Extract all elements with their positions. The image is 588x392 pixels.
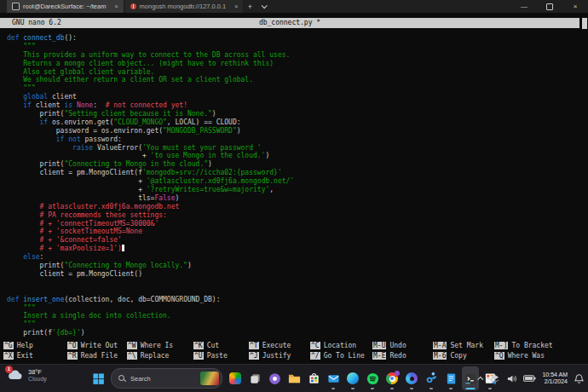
tab-close-icon[interactable]: ×: [234, 3, 238, 9]
taskbar-app-task-view[interactable]: [246, 366, 263, 390]
taskbar-app-store[interactable]: [305, 366, 322, 390]
shortcut-label: Exit: [17, 352, 33, 360]
nano-shortcut-execute: ^TExecute: [249, 340, 310, 350]
search-icon: [118, 375, 126, 383]
code-line: + 'to use Mongo in the cloud.'): [7, 152, 578, 160]
code-line: Returns a mongo client object... (might …: [7, 60, 578, 68]
shortcut-key: ^T: [249, 342, 259, 349]
photos-icon: [406, 372, 418, 385]
tab-dropdown-button[interactable]: [257, 0, 270, 13]
running-app-indicator: [410, 388, 413, 389]
tab-mongosh[interactable]: mongosh mongodb://127.0.0.1 ×: [125, 0, 244, 13]
taskbar-app-spotify[interactable]: [364, 366, 381, 390]
tab-wsl-shell[interactable]: root@DareckSurface: ~/team ×: [7, 0, 124, 13]
nano-shortcut-paste: ^UPaste: [193, 350, 249, 360]
tray-overflow-button[interactable]: [479, 377, 483, 381]
code-line: # atlascluster.xd0fj6a.mongodb.net: [7, 203, 578, 211]
code-line: """: [7, 84, 578, 93]
nano-shortcut-bar: ^GHelp^XExit^OWrite Out^RRead File^WWher…: [3, 340, 588, 360]
terminal-icon: [464, 372, 477, 385]
shortcut-label: Paste: [207, 352, 228, 360]
volume-icon[interactable]: [506, 373, 517, 384]
shortcut-key: ^U: [193, 352, 204, 360]
store-icon: [308, 372, 320, 385]
clock-date: 2/1/2024: [542, 378, 568, 386]
shortcut-key: ^J: [249, 352, 259, 360]
nano-shortcut-exit: ^XExit: [3, 350, 67, 360]
taskbar-app-file-explorer[interactable]: [285, 366, 303, 390]
code-line: if client is None: # not connected yet!: [7, 101, 578, 110]
new-tab-button[interactable]: +: [243, 0, 257, 13]
shortcut-label: Write Out: [81, 342, 118, 349]
nano-edit-area[interactable]: def connect_db(): """ This provides a un…: [7, 34, 578, 337]
code-line: print(f'{db=}'): [7, 329, 578, 337]
mongosh-tab-icon: [130, 3, 136, 9]
nano-header: GNU nano 6.2 db_connect.py *: [0, 18, 579, 28]
code-line: Also set global client variable.: [7, 68, 578, 77]
chevron-down-icon: [262, 3, 268, 9]
notification-bell-icon[interactable]: [574, 373, 585, 384]
text-cursor: [122, 245, 124, 251]
maximize-button[interactable]: [537, 0, 562, 13]
nano-shortcut-set-mark: M-ASet Mark: [433, 340, 494, 350]
nano-shortcut-where-was: ^QWhere Was: [494, 350, 588, 360]
code-line: print("Setting client because it is None…: [7, 110, 578, 118]
layers-icon[interactable]: [489, 373, 500, 384]
taskbar-app-key-app[interactable]: [423, 366, 440, 390]
taskbar-app-edge[interactable]: [344, 366, 361, 390]
close-button[interactable]: ×: [562, 0, 588, 13]
shortcut-key: ^G: [3, 342, 14, 349]
taskbar-app-notepad[interactable]: [442, 366, 459, 390]
taskbar-app-mail[interactable]: [325, 366, 342, 390]
nano-shortcut-undo: M-UUndo: [372, 340, 433, 350]
taskbar-clock[interactable]: 10:54 AM 2/1/2024: [542, 372, 568, 386]
code-line: global client: [7, 93, 578, 101]
nano-shortcut-go-to-line: ^/Go To Line: [310, 350, 372, 360]
shortcut-key: ^X: [3, 352, 14, 360]
shortcut-label: Location: [324, 342, 357, 349]
taskbar-app-terminal[interactable]: [462, 366, 479, 390]
taskbar-app-chat[interactable]: [266, 366, 283, 390]
shortcut-key: ^W: [127, 342, 137, 349]
shortcut-key: ^R: [67, 352, 78, 360]
code-line: + '?retryWrites=true&w=majority',: [7, 186, 578, 194]
shortcut-label: Execute: [262, 342, 291, 349]
shortcut-label: Set Mark: [450, 342, 483, 349]
shortcut-key: M-]: [494, 342, 508, 349]
nano-shortcut-where-is: ^WWhere Is: [127, 340, 193, 350]
task-view-icon: [249, 372, 262, 385]
wsl-tab-icon: [12, 3, 20, 10]
shortcut-label: Where Is: [141, 342, 174, 349]
shortcut-key: ^C: [310, 342, 320, 349]
chevron-up-icon: [478, 376, 484, 382]
terminal-scrollbar[interactable]: [582, 18, 587, 29]
taskbar-app-chrome[interactable]: [383, 366, 401, 390]
notepad-icon: [445, 372, 458, 385]
shortcut-key: ^/: [310, 352, 320, 360]
nano-shortcut-cut: ^KCut: [193, 340, 249, 350]
shortcut-key: M-6: [433, 352, 447, 360]
nano-shortcut-copy: M-6Copy: [433, 350, 494, 360]
shortcut-key: ^\: [127, 352, 137, 360]
running-app-indicator: [390, 388, 394, 389]
shortcut-key: ^Q: [494, 352, 504, 360]
code-line: # PA recommends these settings:: [7, 211, 578, 220]
tab-close-icon[interactable]: ×: [114, 3, 118, 9]
minimize-button[interactable]: —: [511, 0, 537, 13]
start-button[interactable]: [89, 366, 107, 390]
code-line: """: [7, 304, 578, 313]
code-line: We should either return a client OR set …: [7, 76, 578, 84]
tab-title: mongosh mongodb://127.0.0.1: [140, 3, 227, 10]
shortcut-label: Help: [17, 342, 33, 349]
code-line: [7, 287, 578, 296]
taskbar-app-photos[interactable]: [403, 366, 420, 390]
battery-icon[interactable]: [523, 374, 536, 383]
nano-shortcut-justify: ^JJustify: [249, 350, 310, 360]
nano-shortcut-redo: M-ERedo: [372, 350, 433, 360]
code-line: password = os.environ.get("MONGODB_PASSW…: [7, 127, 578, 135]
code-line: """: [7, 43, 578, 51]
taskbar-app-copilot[interactable]: [227, 366, 244, 390]
system-tray: 10:54 AM 2/1/2024: [479, 365, 585, 392]
running-app-indicator: [429, 388, 433, 389]
search-input[interactable]: Search: [111, 368, 222, 389]
